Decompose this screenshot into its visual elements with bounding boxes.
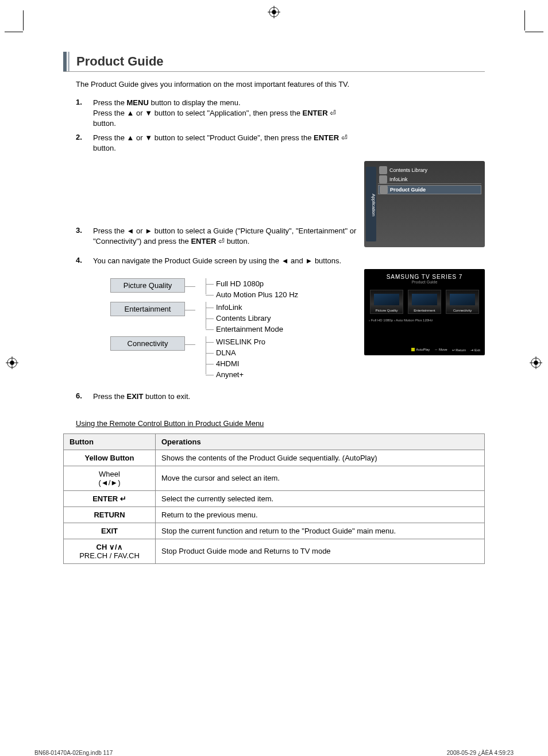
tree-connector — [185, 344, 195, 345]
tree-items: InfoLink Contents Library Entertainment … — [195, 302, 283, 335]
title-accent-bar — [68, 52, 70, 71]
tree-category: Picture Quality — [110, 278, 185, 293]
step-body: Press the MENU button to display the men… — [93, 98, 485, 129]
osd-subtitle: Product Guide — [364, 280, 485, 284]
registration-mark-icon — [268, 6, 280, 20]
crop-mark — [524, 10, 525, 30]
step-number: 6. — [76, 392, 93, 402]
step-6: 6. Press the EXIT button to exit. — [76, 392, 485, 402]
osd-menu-item: InfoLink — [378, 175, 481, 184]
table-header: Operations — [156, 433, 485, 450]
tree-item: Full HD 1080p — [216, 278, 298, 289]
tree-category: Entertainment — [110, 302, 185, 316]
title-accent-bar — [63, 52, 67, 71]
page-title: Product Guide — [76, 52, 164, 71]
tree-connector — [185, 286, 195, 287]
menu-icon — [379, 175, 387, 183]
operation-text: Stop Product Guide mode and Returns to T… — [156, 539, 485, 563]
tree-item: InfoLink — [216, 302, 283, 313]
table-row: EXIT Stop the current function and retur… — [64, 523, 485, 539]
button-name: Yellow Button — [64, 450, 156, 466]
table-heading: Using the Remote Control Button in Produ… — [76, 419, 485, 428]
step-number: 1. — [76, 98, 93, 129]
osd-menu-item: Contents Library — [378, 166, 481, 175]
step-1: 1. Press the MENU button to display the … — [76, 98, 485, 129]
table-row: ENTER ↵ Select the currently selected it… — [64, 490, 485, 506]
osd-thumb-connectivity: Connectivity — [446, 290, 479, 314]
osd-thumb-picture-quality: Picture Quality — [370, 290, 403, 314]
step-number: 2. — [76, 133, 93, 153]
menu-icon — [380, 186, 388, 194]
osd-thumbnails: Picture Quality Entertainment Connectivi… — [364, 290, 485, 314]
tree-item: WISELINK Pro — [216, 336, 265, 347]
osd-vertical-tab: Application — [366, 167, 376, 241]
print-footer: BN68-01470A-02Eng.indb 117 2008-05-29 ¿À… — [34, 750, 514, 756]
print-file-info: BN68-01470A-02Eng.indb 117 — [34, 750, 113, 756]
button-name: ENTER ↵ — [64, 490, 156, 506]
table-row: CH ∨/∧PRE.CH / FAV.CH Stop Product Guide… — [64, 539, 485, 563]
operation-text: Return to the previous menu. — [156, 506, 485, 523]
step-body: Press the ▲ or ▼ button to select "Produ… — [93, 133, 485, 153]
tree-items: Full HD 1080p Auto Motion Plus 120 Hz — [195, 278, 298, 300]
table-row: RETURN Return to the previous menu. — [64, 506, 485, 523]
tree-item: Anynet+ — [216, 369, 265, 380]
step-2: 2. Press the ▲ or ▼ button to select "Pr… — [76, 133, 485, 153]
operation-text: Shows the contents of the Product Guide … — [156, 450, 485, 466]
button-name: RETURN — [64, 506, 156, 523]
step-number: 4. — [76, 256, 93, 266]
table-row: Yellow Button Shows the contents of the … — [64, 450, 485, 466]
osd-hint-exit: ⇥ Exit — [470, 348, 480, 352]
intro-text: The Product Guide gives you information … — [76, 80, 485, 89]
osd-thumb-entertainment: Entertainment — [408, 290, 441, 314]
table-header-row: Button Operations — [64, 433, 485, 450]
osd-product-guide: SAMSUNG TV SERIES 7 Product Guide Pictur… — [364, 269, 485, 355]
tree-category: Connectivity — [110, 336, 185, 351]
step-body: You can navigate the Product Guide scree… — [93, 256, 485, 266]
osd-menu-item-selected: Product Guide — [378, 185, 481, 194]
steps-list: 1. Press the MENU button to display the … — [76, 98, 485, 402]
enter-icon: ⏎ — [341, 133, 348, 142]
tree-connector — [185, 310, 195, 310]
remote-button-table: Button Operations Yellow Button Shows th… — [63, 433, 485, 564]
crop-mark — [5, 32, 23, 32]
osd-brand-title: SAMSUNG TV SERIES 7 — [364, 269, 485, 280]
operation-text: Select the currently selected item. — [156, 490, 485, 506]
operation-text: Stop the current function and return to … — [156, 523, 485, 539]
tree-items: WISELINK Pro DLNA 4HDMI Anynet+ — [195, 336, 265, 380]
step-body: Press the EXIT button to exit. — [93, 392, 485, 402]
button-name: CH ∨/∧PRE.CH / FAV.CH — [64, 539, 156, 563]
tree-item: Entertainment Mode — [216, 324, 283, 335]
osd-footer-hints: AutoPlay ↔ Move ↩ Return ⇥ Exit — [411, 348, 480, 352]
osd-hint-move: ↔ Move — [434, 348, 447, 352]
enter-icon: ⏎ — [330, 109, 336, 117]
button-name: Wheel(◄/►) — [64, 466, 156, 490]
print-timestamp: 2008-05-29 ¿ÀÈÄ 4:59:23 — [447, 750, 514, 756]
button-name: EXIT — [64, 523, 156, 539]
crop-mark — [525, 32, 543, 32]
tree-item: Contents Library — [216, 313, 283, 324]
osd-hint-return: ↩ Return — [452, 348, 466, 352]
crop-mark — [23, 10, 24, 30]
menu-icon — [379, 166, 387, 174]
tree-item: 4HDMI — [216, 358, 265, 369]
osd-feature-chips: › Full HD 1080p › Auto Motion Plus 120Hz — [364, 318, 485, 322]
table-header: Button — [64, 433, 156, 450]
enter-icon: ⏎ — [218, 237, 225, 245]
table-row: Wheel(◄/►) Move the cursor and select an… — [64, 466, 485, 490]
tree-item: Auto Motion Plus 120 Hz — [216, 289, 298, 300]
osd-application-menu: Application Contents Library InfoLink Pr… — [364, 161, 485, 247]
step-number: 3. — [76, 226, 93, 247]
step-4: 4. You can navigate the Product Guide sc… — [76, 256, 485, 266]
osd-hint-autoplay: AutoPlay — [411, 348, 430, 352]
section-title-wrap: Product Guide — [63, 52, 485, 72]
tree-item: DLNA — [216, 347, 265, 358]
operation-text: Move the cursor and select an item. — [156, 466, 485, 490]
